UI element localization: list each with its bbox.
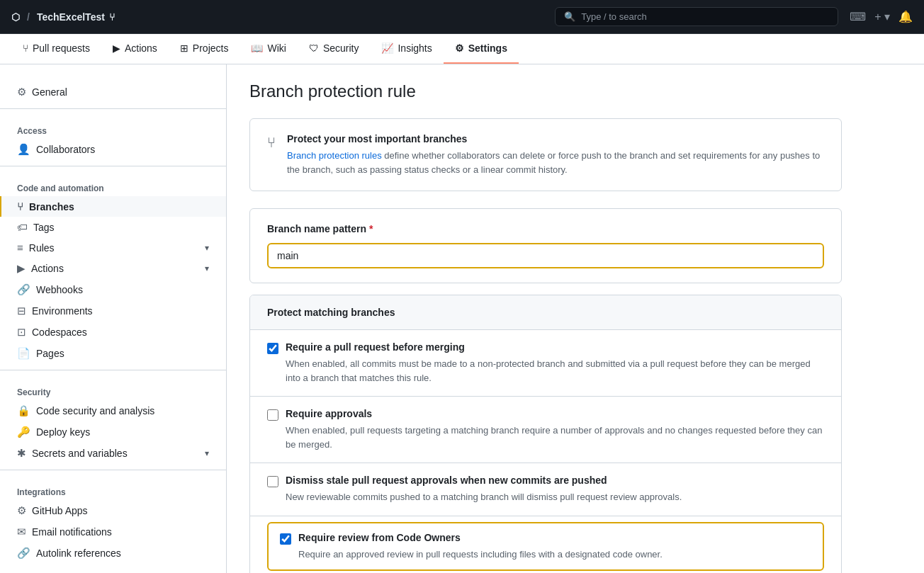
branch-protect-icon: ⑂: [267, 135, 276, 151]
notification-icon[interactable]: 🔔: [898, 10, 913, 23]
codespaces-icon: ⊡: [17, 326, 26, 339]
tab-settings-label: Settings: [468, 42, 507, 54]
layout: ⚙ General Access 👤 Collaborators Code an…: [0, 64, 924, 573]
sidebar-item-webhooks[interactable]: 🔗 Webhooks: [0, 279, 226, 300]
sidebar-item-github-apps[interactable]: ⚙ GitHub Apps: [0, 500, 226, 521]
sidebar-divider-1: [0, 108, 226, 109]
sidebar-item-branches-label: Branches: [29, 201, 74, 212]
sidebar-item-tags[interactable]: 🏷 Tags: [0, 217, 226, 237]
sidebar-item-actions[interactable]: ▶ Actions ▾: [0, 258, 226, 279]
actions-row: Actions ▾: [31, 263, 209, 274]
main-content: Branch protection rule ⑂ Protect your mo…: [227, 64, 864, 573]
check-item-require-pr: Require a pull request before merging Wh…: [250, 330, 841, 397]
sidebar-item-secrets-label: Secrets and variables: [32, 448, 128, 459]
info-box: ⑂ Protect your most important branches B…: [249, 118, 842, 191]
branch-name-input[interactable]: [267, 243, 824, 268]
code-security-icon: 🔒: [17, 404, 30, 417]
sidebar-item-rules-label: Rules: [29, 242, 55, 254]
info-box-description: Branch protection rules define whether c…: [287, 149, 824, 176]
tab-actions[interactable]: ▶ Actions: [101, 34, 169, 64]
autolink-icon: 🔗: [17, 547, 30, 560]
rules-chevron-icon: ▾: [205, 243, 209, 253]
checkbox-dismiss-stale[interactable]: [267, 476, 278, 487]
repo-brand[interactable]: ⬡ / TechExcelTest ⑂: [11, 11, 115, 23]
check-label-dismiss-stale[interactable]: Dismiss stale pull request approvals whe…: [286, 475, 607, 486]
check-item-dismiss-stale: Dismiss stale pull request approvals whe…: [250, 463, 841, 516]
insights-icon: 📈: [381, 42, 393, 54]
check-row-require-pr: Require a pull request before merging: [267, 341, 824, 354]
checkbox-require-pr[interactable]: [267, 343, 278, 354]
sidebar-item-code-security[interactable]: 🔒 Code security and analysis: [0, 400, 226, 421]
sidebar-item-environments-label: Environments: [32, 305, 93, 317]
check-label-code-owners[interactable]: Require review from Code Owners: [298, 532, 461, 543]
check-label-require-pr[interactable]: Require a pull request before merging: [286, 341, 465, 353]
sidebar-item-general-label: General: [32, 86, 67, 98]
sidebar-item-secrets[interactable]: ✱ Secrets and variables ▾: [0, 443, 226, 464]
sidebar-item-webhooks-label: Webhooks: [36, 284, 83, 295]
sidebar-item-environments[interactable]: ⊟ Environments: [0, 300, 226, 322]
sidebar-item-general[interactable]: ⚙ General: [0, 81, 226, 103]
tab-settings[interactable]: ⚙ Settings: [444, 34, 519, 64]
search-bar[interactable]: 🔍 Type / to search: [555, 7, 838, 26]
search-placeholder: Type / to search: [581, 11, 647, 22]
sidebar-item-rules[interactable]: ≡ Rules ▾: [0, 237, 226, 258]
branches-icon: ⑂: [17, 200, 23, 212]
sidebar-item-autolink[interactable]: 🔗 Autolink references: [0, 543, 226, 564]
plus-button[interactable]: + ▾: [874, 10, 890, 23]
sidebar-item-email-notifications-label: Email notifications: [32, 526, 112, 538]
sidebar-item-branches[interactable]: ⑂ Branches: [0, 196, 226, 217]
section-security: Security: [0, 376, 226, 400]
check-row-code-owners: Require review from Code Owners: [280, 532, 811, 545]
collaborators-icon: 👤: [17, 143, 30, 156]
section-integrations: Integrations: [0, 476, 226, 500]
tab-security-label: Security: [323, 42, 359, 54]
sidebar-item-deploy-keys[interactable]: 🔑 Deploy keys: [0, 421, 226, 443]
tab-wiki[interactable]: 📖 Wiki: [240, 34, 297, 64]
info-box-content: Protect your most important branches Bra…: [287, 133, 824, 176]
secrets-row: Secrets and variables ▾: [32, 448, 209, 459]
sidebar-item-codespaces-label: Codespaces: [32, 327, 87, 338]
wiki-icon: 📖: [251, 42, 263, 54]
tab-actions-label: Actions: [125, 42, 157, 54]
protect-section-body: Require a pull request before merging Wh…: [250, 330, 841, 573]
check-desc-dismiss-stale: New reviewable commits pushed to a match…: [286, 490, 824, 504]
topbar-actions: ⌨ + ▾ 🔔: [850, 10, 913, 23]
tab-pull-requests[interactable]: ⑂ Pull requests: [11, 34, 101, 64]
tab-security[interactable]: 🛡 Security: [298, 34, 371, 64]
sidebar-item-codespaces[interactable]: ⊡ Codespaces: [0, 322, 226, 343]
email-icon: ✉: [17, 526, 26, 538]
branch-protection-rules-link[interactable]: Branch protection rules: [287, 150, 382, 161]
sidebar-item-email-notifications[interactable]: ✉ Email notifications: [0, 521, 226, 543]
sidebar-item-collaborators[interactable]: 👤 Collaborators: [0, 139, 226, 160]
pages-icon: 📄: [17, 347, 30, 360]
check-desc-code-owners: Require an approved review in pull reque…: [298, 548, 811, 562]
protect-section-header: Protect matching branches: [250, 295, 841, 330]
sidebar-item-pages[interactable]: 📄 Pages: [0, 343, 226, 364]
tab-projects[interactable]: ⊞ Projects: [169, 34, 240, 64]
deploy-keys-icon: 🔑: [17, 426, 30, 438]
org-name[interactable]: TechExcelTest: [37, 11, 105, 23]
terminal-icon[interactable]: ⌨: [850, 10, 866, 23]
check-desc-require-pr: When enabled, all commits must be made t…: [286, 357, 824, 385]
tab-insights-label: Insights: [398, 42, 432, 54]
sidebar-item-pages-label: Pages: [36, 348, 64, 359]
checkbox-code-owners[interactable]: [280, 533, 291, 545]
tab-projects-label: Projects: [193, 42, 229, 54]
page-title: Branch protection rule: [249, 81, 842, 101]
protect-section: Protect matching branches Require a pull…: [249, 295, 842, 573]
sidebar-item-autolink-label: Autolink references: [36, 548, 121, 559]
actions-sidebar-icon: ▶: [17, 262, 26, 275]
tab-insights[interactable]: 📈 Insights: [370, 34, 443, 64]
actions-chevron-icon: ▾: [205, 263, 209, 273]
settings-icon: ⚙: [455, 42, 464, 54]
check-label-require-approvals[interactable]: Require approvals: [286, 408, 372, 419]
webhooks-icon: 🔗: [17, 283, 30, 296]
check-item-code-owners-wrapper: Require review from Code Owners Require …: [250, 516, 841, 574]
check-row-dismiss-stale: Dismiss stale pull request approvals whe…: [267, 475, 824, 487]
highlighted-check-code-owners: Require review from Code Owners Require …: [267, 522, 824, 572]
projects-icon: ⊞: [180, 42, 188, 54]
sidebar-item-tags-label: Tags: [33, 222, 55, 233]
checkbox-require-approvals[interactable]: [267, 409, 278, 421]
sidebar-item-code-security-label: Code security and analysis: [36, 405, 154, 416]
sidebar-divider-2: [0, 166, 226, 166]
